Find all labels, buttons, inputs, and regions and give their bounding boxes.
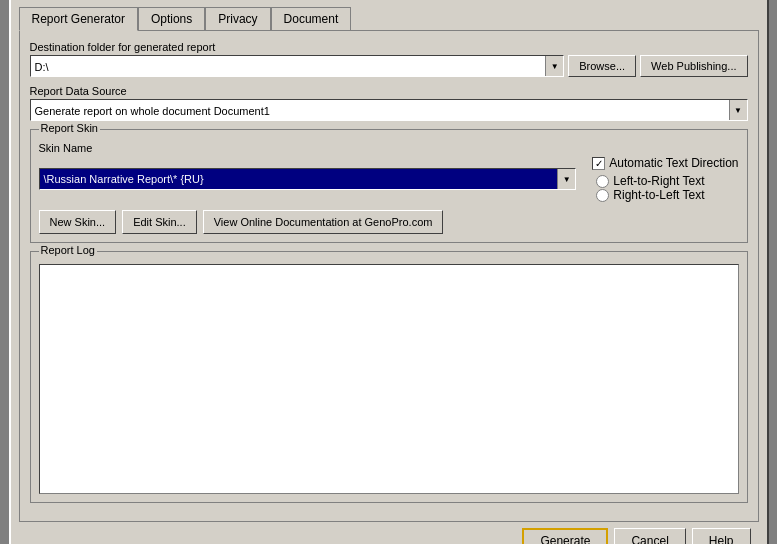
skin-name-dropdown[interactable]: \Russian Narrative Report\* {RU} ▼: [39, 168, 577, 190]
skin-name-row: \Russian Narrative Report\* {RU} ▼ ✓ Aut…: [39, 156, 739, 202]
report-skin-title: Report Skin: [39, 122, 100, 134]
report-log-area: [39, 264, 739, 494]
auto-text-dir-group: ✓ Automatic Text Direction Left-to-Right…: [592, 156, 738, 202]
right-to-left-label: Right-to-Left Text: [613, 188, 704, 202]
tab-report-generator[interactable]: Report Generator: [19, 7, 138, 31]
auto-text-dir-label: Automatic Text Direction: [609, 156, 738, 170]
destination-group: Destination folder for generated report …: [30, 41, 748, 77]
web-publishing-button[interactable]: Web Publishing...: [640, 55, 747, 77]
tab-report-generator-content: Destination folder for generated report …: [19, 30, 759, 522]
data-source-label: Report Data Source: [30, 85, 748, 97]
skin-buttons: New Skin... Edit Skin... View Online Doc…: [39, 210, 739, 234]
report-log-inner: [39, 264, 739, 494]
tab-bar: Report Generator Options Privacy Documen…: [19, 6, 759, 30]
tab-document[interactable]: Document: [271, 7, 352, 31]
report-skin-inner: Skin Name \Russian Narrative Report\* {R…: [39, 142, 739, 234]
skin-name-value: \Russian Narrative Report\* {RU}: [40, 168, 558, 190]
report-log-title: Report Log: [39, 244, 97, 256]
report-log-group: Report Log: [30, 251, 748, 503]
destination-row: D:\ ▼ Browse... Web Publishing...: [30, 55, 748, 77]
destination-dropdown-arrow[interactable]: ▼: [545, 56, 563, 76]
generate-button[interactable]: Generate: [522, 528, 608, 544]
data-source-group: Report Data Source Generate report on wh…: [30, 85, 748, 121]
left-to-right-radio[interactable]: [596, 175, 609, 188]
report-skin-group: Report Skin Skin Name \Russian Narrative…: [30, 129, 748, 243]
data-source-dropdown[interactable]: Generate report on whole document Docume…: [30, 99, 748, 121]
destination-dropdown[interactable]: D:\ ▼: [30, 55, 565, 77]
left-to-right-label: Left-to-Right Text: [613, 174, 704, 188]
data-source-dropdown-arrow[interactable]: ▼: [729, 100, 747, 120]
bottom-buttons: Generate Cancel Help: [19, 522, 759, 544]
skin-name-dropdown-wrapper[interactable]: \Russian Narrative Report\* {RU} ▼: [39, 168, 577, 190]
auto-text-dir-checkbox[interactable]: ✓: [592, 157, 605, 170]
dialog-content: Report Generator Options Privacy Documen…: [11, 0, 767, 544]
browse-button[interactable]: Browse...: [568, 55, 636, 77]
new-skin-button[interactable]: New Skin...: [39, 210, 117, 234]
right-to-left-radio[interactable]: [596, 189, 609, 202]
auto-text-dir-row: ✓ Automatic Text Direction: [592, 156, 738, 170]
right-to-left-row: Right-to-Left Text: [596, 188, 738, 202]
skin-name-dropdown-arrow[interactable]: ▼: [557, 169, 575, 189]
dialog: Generate Report ▲▼ ? ✕ Report Generator …: [9, 0, 769, 544]
cancel-button[interactable]: Cancel: [614, 528, 685, 544]
tab-privacy[interactable]: Privacy: [205, 7, 270, 31]
data-source-value: Generate report on whole document Docume…: [31, 100, 729, 120]
left-to-right-row: Left-to-Right Text: [596, 174, 738, 188]
destination-value: D:\: [31, 56, 546, 76]
skin-name-label: Skin Name: [39, 142, 739, 154]
destination-label: Destination folder for generated report: [30, 41, 748, 53]
tab-options[interactable]: Options: [138, 7, 205, 31]
view-doc-button[interactable]: View Online Documentation at GenoPro.com: [203, 210, 444, 234]
help-button[interactable]: Help: [692, 528, 751, 544]
edit-skin-button[interactable]: Edit Skin...: [122, 210, 197, 234]
